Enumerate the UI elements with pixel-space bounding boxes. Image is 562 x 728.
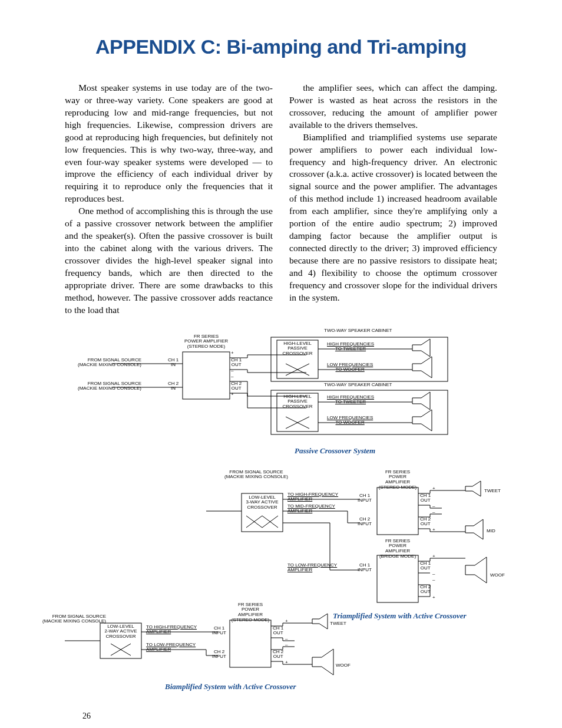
label-lo-woof-2: LOW FREQUENCIES TO WOOFER — [327, 416, 373, 426]
para-4: Biamplified and triamplified systems use… — [289, 131, 497, 304]
label-passive-xover-1: HIGH-LEVEL PASSIVE CROSSOVER — [278, 341, 317, 357]
caption-biamp: Biamplified System with Active Crossover — [165, 682, 296, 691]
label-to-hi-amp: TO HIGH-FREQUENCY AMPLIFIER — [287, 492, 338, 503]
label-ch2-out-t2: CH 2 OUT — [420, 585, 431, 595]
label-lo-woof-1: LOW FREQUENCIES TO WOOFER — [327, 363, 373, 373]
label-ch1-out: CH 1 OUT — [231, 358, 242, 368]
diagram-area: TWO-WAY SPEAKER CABINET FR SERIES POWER … — [65, 328, 497, 706]
label-ch2-input-bi: CH 2 INPUT — [212, 650, 226, 660]
appendix-title: APPENDIX C: Bi-amping and Tri-amping — [65, 35, 497, 58]
label-hi-tweet-2: HIGH FREQUENCIES TO TWEETER — [327, 395, 374, 406]
svg-rect-28 — [377, 487, 418, 535]
label-to-hi-amp-bi: TO HIGH-FREQUENCY AMPLIFIER — [146, 625, 197, 635]
column-right: the amplifier sees, which can affect the… — [289, 82, 497, 317]
label-ch1-out-t2: CH 1 OUT — [420, 561, 431, 572]
column-left: Most speaker systems in use today are of… — [65, 82, 273, 317]
label-fr-amp-1: FR SERIES POWER AMPLIFIER (STEREO MODE) — [183, 334, 230, 350]
label-ch1-input-bi: CH 1 INPUT — [212, 626, 226, 637]
label-two-way-cab-2: TWO-WAY SPEAKER CABINET — [324, 383, 392, 388]
label-woof-bi: WOOF — [336, 663, 351, 668]
svg-rect-29 — [377, 555, 418, 602]
label-source-tri: FROM SIGNAL SOURCE (MACKIE MIXING CONSOL… — [218, 470, 295, 480]
label-ch2-out: CH 2 OUT — [231, 381, 242, 392]
label-ch2-input-t1: CH 2 INPUT — [358, 517, 372, 528]
label-source-1: FROM SIGNAL SOURCE (MACKIE MIXING CONSOL… — [65, 358, 141, 368]
label-to-mid-amp: TO MID-FREQUENCY AMPLIFIER — [287, 504, 335, 515]
label-fr-amp-bi: FR SERIES POWER AMPLIFIER (STEREO MODE) — [230, 602, 271, 623]
body-columns: Most speaker systems in use today are of… — [65, 82, 497, 317]
label-passive-xover-2: HIGH-LEVEL PASSIVE CROSSOVER — [278, 394, 317, 410]
svg-rect-38 — [230, 620, 271, 667]
page-number: 26 — [82, 711, 497, 721]
label-tweet-bi: TWEET — [330, 621, 346, 627]
label-3way-xover: LOW-LEVEL 3-WAY ACTIVE CROSSOVER — [243, 495, 282, 510]
label-woof-tri: WOOF — [490, 573, 505, 578]
caption-passive: Passive Crossover System — [295, 446, 375, 456]
diagram-triamp — [65, 470, 501, 605]
label-ch2-out-t1: CH 2 OUT — [420, 517, 431, 528]
label-ch1-in: CH 1 IN — [168, 358, 178, 368]
label-two-way-cab-1: TWO-WAY SPEAKER CABINET — [324, 328, 392, 334]
label-2way-xover: LOW-LEVEL 2-WAY ACTIVE CROSSOVER — [101, 624, 140, 640]
label-fr-amp-tri2: FR SERIES POWER AMPLIFIER (BRIDGE MODE) — [377, 539, 418, 559]
para-2: One method of accomplishing this is thro… — [65, 205, 273, 316]
label-ch1-out-t1: CH 1 OUT — [420, 493, 431, 504]
para-3: the amplifier sees, which can affect the… — [289, 82, 497, 131]
para-1: Most speaker systems in use today are of… — [65, 82, 273, 205]
label-to-lo-amp-tri: TO LOW-FREQUENCY AMPLIFIER — [287, 563, 337, 574]
label-tweet-tri: TWEET — [484, 489, 501, 494]
caption-triamp: Triamplified System with Active Crossove… — [333, 611, 467, 621]
label-source-2: FROM SIGNAL SOURCE (MACKIE MIXING CONSOL… — [65, 381, 141, 392]
svg-rect-0 — [183, 352, 230, 399]
label-ch1-input-t1: CH 1 INPUT — [358, 493, 372, 504]
label-ch2-out-bi: CH 2 OUT — [273, 650, 283, 660]
label-ch2-in: CH 2 IN — [168, 381, 178, 392]
label-hi-tweet-1: HIGH FREQUENCIES TO TWEETER — [327, 342, 374, 353]
label-ch1-input-t2: CH 1 INPUT — [358, 563, 372, 574]
label-fr-amp-tri1: FR SERIES POWER AMPLIFIER (STEREO MODE) — [377, 470, 418, 490]
label-ch1-out-bi: CH 1 OUT — [273, 626, 283, 637]
label-to-lo-amp-bi: TO LOW-FREQUENCY AMPLIFIER — [146, 643, 196, 653]
label-source-bi: FROM SIGNAL SOURCE (MACKIE MIXING CONSOL… — [29, 614, 106, 625]
label-mid-tri: MID — [487, 529, 495, 534]
